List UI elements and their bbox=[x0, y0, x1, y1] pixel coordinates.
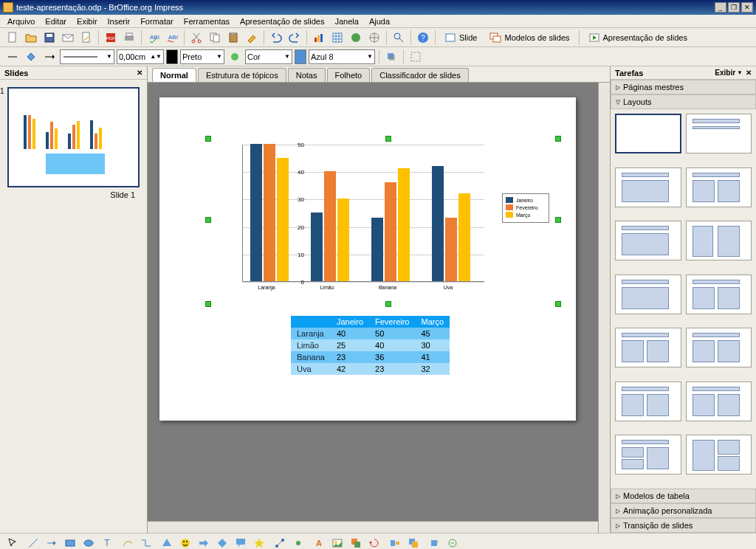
section-table-models[interactable]: ▷Modelos de tabela bbox=[611, 488, 756, 503]
slide-models-button[interactable]: Modelos de slides bbox=[484, 30, 574, 46]
print-icon[interactable] bbox=[121, 30, 137, 46]
table-row[interactable]: Banana233641 bbox=[291, 351, 450, 363]
menu-arquivo[interactable]: Arquivo bbox=[3, 15, 39, 27]
section-masters[interactable]: ▷Páginas mestres bbox=[611, 80, 756, 94]
tasks-view-label[interactable]: Exibir bbox=[715, 69, 735, 77]
table-row[interactable]: Uva422332 bbox=[291, 363, 450, 375]
slide-button[interactable]: Slide bbox=[439, 30, 482, 46]
restore-button[interactable]: ❐ bbox=[728, 2, 740, 13]
layout-option[interactable] bbox=[615, 328, 681, 367]
help-icon[interactable]: ? bbox=[415, 30, 431, 46]
glue-icon[interactable] bbox=[290, 535, 306, 550]
layout-option[interactable] bbox=[615, 221, 681, 260]
selection-handle-icon[interactable] bbox=[385, 136, 391, 142]
menu-ferramentas[interactable]: Ferramentas bbox=[179, 15, 234, 27]
new-icon[interactable] bbox=[4, 30, 21, 46]
redo-icon[interactable] bbox=[286, 30, 303, 46]
arrange-icon[interactable] bbox=[405, 535, 422, 550]
ellipse-icon[interactable] bbox=[80, 535, 97, 550]
section-custom-anim[interactable]: ▷Animação personalizada bbox=[611, 503, 756, 518]
close-panel-icon[interactable]: ✕ bbox=[137, 69, 142, 77]
selection-handle-icon[interactable] bbox=[555, 301, 561, 307]
save-icon[interactable] bbox=[41, 30, 58, 46]
fill-color-combo[interactable]: Azul 8▼ bbox=[309, 49, 375, 64]
open-icon[interactable] bbox=[23, 30, 39, 46]
table-row[interactable]: Limão254030 bbox=[291, 339, 450, 351]
pdf-icon[interactable]: PDF bbox=[103, 30, 119, 46]
section-layouts[interactable]: ▽Layouts bbox=[611, 94, 756, 109]
layout-option[interactable] bbox=[686, 274, 752, 314]
layout-option[interactable] bbox=[615, 274, 681, 314]
basic-shapes-icon[interactable] bbox=[159, 535, 175, 550]
line-style-icon[interactable] bbox=[4, 49, 21, 65]
layout-option[interactable] bbox=[686, 168, 752, 207]
arrow-icon[interactable] bbox=[44, 535, 60, 550]
hyperlink-icon[interactable] bbox=[348, 30, 364, 46]
menu-janela[interactable]: Janela bbox=[330, 15, 362, 27]
rotate-icon[interactable] bbox=[366, 535, 382, 550]
slideshow-button[interactable]: Apresentação de slides bbox=[583, 30, 693, 46]
shadow-icon[interactable] bbox=[383, 49, 399, 65]
menu-apresentação-de-slides[interactable]: Apresentação de slides bbox=[236, 15, 329, 27]
menu-editar[interactable]: Editar bbox=[41, 15, 71, 27]
slide-page[interactable]: 01020304050 LaranjaLimãoBananaUva Janeir… bbox=[159, 97, 576, 421]
tab-estrutura-de-tópicos[interactable]: Estrutura de tópicos bbox=[198, 68, 286, 82]
layout-option[interactable] bbox=[686, 381, 752, 421]
canvas[interactable]: 01020304050 LaranjaLimãoBananaUva Janeir… bbox=[148, 83, 610, 533]
selection-handle-icon[interactable] bbox=[205, 136, 211, 142]
text-icon[interactable]: T bbox=[99, 535, 115, 550]
layout-option[interactable] bbox=[686, 328, 752, 367]
connector-icon[interactable] bbox=[138, 535, 154, 550]
tab-folheto[interactable]: Folheto bbox=[327, 68, 371, 82]
mail-icon[interactable] bbox=[60, 30, 76, 46]
callout-icon[interactable] bbox=[233, 535, 249, 550]
paste-icon[interactable] bbox=[225, 30, 241, 46]
table-row[interactable]: Laranja405045 bbox=[291, 328, 450, 339]
slide-thumb[interactable] bbox=[7, 87, 140, 187]
edit-doc-icon[interactable] bbox=[78, 30, 94, 46]
curve-icon[interactable] bbox=[120, 535, 136, 550]
star-icon[interactable] bbox=[251, 535, 267, 550]
tab-normal[interactable]: Normal bbox=[152, 68, 196, 82]
block-arrow-icon[interactable] bbox=[196, 535, 212, 550]
navigator-icon[interactable] bbox=[366, 30, 382, 46]
position-icon[interactable] bbox=[408, 49, 424, 65]
selection-handle-icon[interactable] bbox=[555, 217, 561, 223]
cut-icon[interactable] bbox=[188, 30, 205, 46]
layout-option[interactable] bbox=[615, 114, 681, 153]
spellcheck-icon[interactable]: ABC bbox=[145, 30, 162, 46]
fontwork-icon[interactable]: A bbox=[311, 535, 327, 550]
vertical-scrollbar[interactable] bbox=[598, 83, 610, 533]
selection-handle-icon[interactable] bbox=[555, 136, 561, 142]
arrow-ends-icon[interactable] bbox=[41, 49, 58, 65]
smiley-icon[interactable] bbox=[177, 535, 193, 550]
tab-classificador-de-slides[interactable]: Classificador de slides bbox=[371, 68, 468, 82]
line-color-swatch[interactable] bbox=[166, 49, 178, 64]
fill-type-combo[interactable]: Cor▼ bbox=[245, 49, 292, 64]
3d-icon[interactable] bbox=[426, 535, 442, 550]
close-button[interactable]: ✕ bbox=[741, 2, 753, 13]
fill-bucket-icon[interactable] bbox=[23, 49, 39, 65]
flowchart-icon[interactable] bbox=[214, 535, 230, 550]
undo-icon[interactable] bbox=[268, 30, 284, 46]
menu-ajuda[interactable]: Ajuda bbox=[365, 15, 394, 27]
layout-option[interactable] bbox=[686, 221, 752, 260]
layout-option[interactable] bbox=[615, 435, 681, 474]
layout-option[interactable] bbox=[686, 435, 752, 474]
align-icon[interactable] bbox=[387, 535, 403, 550]
autospell-icon[interactable]: ABC bbox=[164, 30, 180, 46]
copy-icon[interactable] bbox=[207, 30, 223, 46]
from-file-icon[interactable] bbox=[329, 535, 346, 550]
horizontal-scrollbar[interactable] bbox=[148, 521, 598, 533]
menu-inserir[interactable]: Inserir bbox=[103, 15, 135, 27]
layout-option[interactable] bbox=[615, 168, 681, 207]
line-style-combo[interactable]: ▼ bbox=[60, 49, 114, 64]
menu-exibir[interactable]: Exibir bbox=[72, 15, 102, 27]
chart[interactable]: 01020304050 LaranjaLimãoBananaUva Janeir… bbox=[210, 142, 549, 303]
line-icon[interactable] bbox=[25, 535, 41, 550]
section-transition[interactable]: ▷Transição de slides bbox=[611, 518, 756, 533]
layout-option[interactable] bbox=[686, 114, 752, 153]
layout-option[interactable] bbox=[615, 381, 681, 421]
interaction-icon[interactable] bbox=[444, 535, 461, 550]
tab-notas[interactable]: Notas bbox=[288, 68, 326, 82]
